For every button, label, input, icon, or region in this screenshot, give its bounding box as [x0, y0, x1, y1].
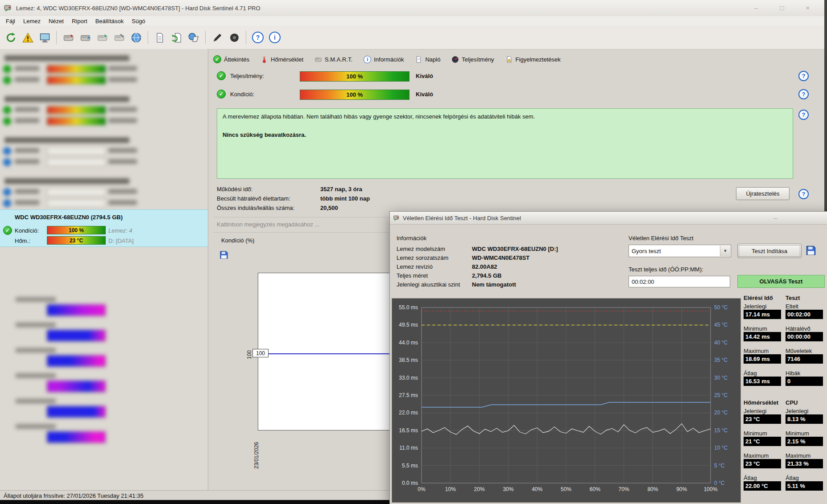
toolbar-separator [205, 31, 206, 44]
disk-entry-title-blur [4, 137, 129, 143]
dialog-title-bar[interactable]: Véletlen Elérési Idő Teszt - Hard Disk S… [390, 212, 827, 225]
acoustic-icon[interactable] [226, 29, 242, 46]
disk-entry-bar-blur [47, 199, 106, 207]
tab-teljesitmeny[interactable]: Teljesítmény [451, 56, 494, 63]
toolbar-separator [246, 31, 246, 44]
menu-item-0[interactable]: Fájl [2, 17, 19, 25]
info-row-label: Teljes méret [397, 272, 428, 279]
y-left-tick: 5.5 ms [392, 463, 418, 469]
minimize-button[interactable]: – [747, 3, 765, 13]
x-tick: 30% [497, 486, 519, 492]
network-icon[interactable] [128, 29, 144, 46]
info-row-value: 2,794.5 GB [472, 272, 502, 279]
disk-entry-label-blur [15, 77, 39, 82]
stat-item-label: Maximum [744, 452, 769, 459]
perf-bar-blur [47, 304, 106, 316]
tab-smart[interactable]: S.M.A.R.T. [314, 56, 352, 63]
menu-bar: FájlLemezNézetRiportBeállításokSúgó [0, 16, 826, 26]
send-report-icon[interactable] [186, 29, 202, 46]
comment-hint[interactable]: Kattintson megjegyzés megadásához ... [217, 221, 320, 228]
help-icon[interactable]: ? [798, 110, 809, 120]
y-left-tick: 11.0 ms [392, 445, 418, 451]
info-row-value: WD-WMC4N0E478ST [472, 254, 529, 261]
stat-item-label: Jelenlegi [744, 408, 766, 414]
stat-label: Becsült hátralévő élettartam: [217, 195, 290, 202]
stat-item-value: 00:00:00 [786, 332, 823, 341]
disk-entry-value-blur [108, 66, 137, 71]
stat-item-value: 18.69 ms [744, 354, 781, 364]
tab-naplo[interactable]: Napló [415, 56, 440, 63]
help-icon[interactable]: ? [798, 89, 809, 99]
refresh-icon[interactable] [3, 29, 19, 46]
disk-tools-icon[interactable] [111, 29, 127, 46]
title-bar[interactable]: Lemez: 4, WDC WD30EFRX-68EUZN0 [WD-WMC4N… [0, 0, 824, 16]
disk-entry-icon-blur [3, 158, 11, 166]
dialog-title: Véletlen Elérési Idő Teszt - Hard Disk S… [403, 215, 521, 221]
help-icon[interactable]: ? [250, 29, 266, 46]
close-button[interactable]: × [799, 3, 817, 13]
y-right-tick: 30 °C [714, 375, 728, 381]
retest-button[interactable]: Újratesztelés [736, 187, 790, 200]
chevron-down-icon: ▼ [720, 246, 730, 256]
gauge-icon [451, 56, 459, 63]
toolbar: ? i [0, 26, 827, 49]
alerts-icon[interactable] [20, 29, 36, 46]
y-left-tick: 33.0 ms [392, 375, 418, 381]
thermometer-icon [261, 56, 268, 63]
menu-item-3[interactable]: Riport [68, 17, 91, 25]
warnings-icon [505, 56, 513, 63]
perf-bar-blur [47, 381, 106, 392]
stat-value: több mint 100 nap [320, 195, 370, 202]
menu-item-1[interactable]: Lemez [19, 17, 45, 25]
menu-item-4[interactable]: Beállítások [91, 17, 128, 25]
y-right-tick: 20 °C [714, 410, 728, 416]
monitor-icon[interactable] [37, 29, 53, 46]
temp-bar: 23 °C [47, 236, 106, 245]
help-icon[interactable]: ? [798, 71, 809, 81]
disk-entry-label-blur [15, 148, 39, 153]
duration-input[interactable]: 00:02:00 [629, 276, 730, 287]
smart-icon [314, 56, 322, 63]
perf-bar-label-blur [16, 297, 56, 302]
tab-informaciok[interactable]: i Információk [364, 56, 404, 63]
menu-item-5[interactable]: Súgó [128, 17, 149, 25]
window-title: Lemez: 4, WDC WD30EFRX-68EUZN0 [WD-WMC4N… [16, 5, 261, 12]
disk-entry-value-blur [108, 200, 137, 205]
info-row-label: Jelenlegi akusztikai szint [397, 281, 460, 288]
start-test-button[interactable]: Teszt Indítása [737, 244, 802, 258]
report-icon[interactable] [152, 29, 168, 46]
info-row-label: Lemez modelszám [397, 246, 445, 252]
stat-item-value: 23 °C [744, 459, 781, 468]
tab-attekintes[interactable]: ✓ Áttekintés [213, 55, 249, 63]
tab-figyelmeztetesek[interactable]: Figyelmeztetések [505, 56, 561, 63]
disk-entry-value-blur [108, 118, 137, 123]
disk-clone-icon[interactable] [94, 29, 110, 46]
refresh-report-icon[interactable] [169, 29, 185, 46]
dialog-close-button[interactable]: × [820, 213, 827, 223]
menu-item-2[interactable]: Nézet [45, 17, 68, 25]
dialog-minimize-button[interactable]: – [767, 213, 785, 223]
maximize-button[interactable]: □ [773, 3, 791, 13]
disk-test-icon[interactable] [60, 29, 76, 46]
test-type-dropdown[interactable]: Gyors teszt ▼ [629, 245, 731, 257]
disk-entry-selected[interactable]: WDC WD30EFRX-68EUZN0 (2794.5 GB) ✓ Kondí… [0, 209, 208, 247]
disk-entry-label-blur [15, 189, 39, 194]
about-icon[interactable]: i [267, 29, 283, 46]
y-right-tick: 25 °C [714, 392, 728, 398]
stat-item-value: 7146 [786, 354, 823, 364]
save-chart-icon[interactable] [219, 250, 228, 261]
stat-group-title: Elérési Idő [744, 295, 773, 301]
temp-label: Hőm.: [15, 238, 30, 244]
edit-comment-icon[interactable] [209, 29, 225, 46]
save-test-icon[interactable] [806, 245, 816, 257]
x-tick: 0% [410, 486, 433, 492]
test-mode-banner: OLVASÁS Teszt [737, 275, 825, 288]
help-icon[interactable]: ? [798, 189, 809, 199]
stat-item-label: Jelenlegi [744, 303, 766, 310]
condition-bar: 100 % [47, 226, 106, 234]
disk-surface-icon[interactable] [77, 29, 93, 46]
check-icon: ✓ [213, 55, 221, 63]
y-right-tick: 40 °C [714, 340, 728, 346]
disk-entry-bar-blur [47, 76, 106, 84]
tab-homerseklet[interactable]: Hőmérséklet [261, 56, 303, 63]
